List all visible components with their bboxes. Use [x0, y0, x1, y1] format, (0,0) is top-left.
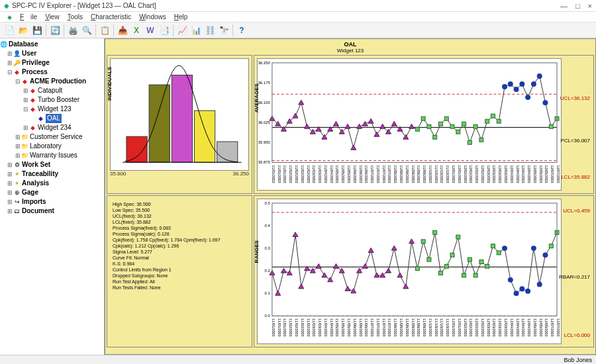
preview-button[interactable]: 🔍 — [80, 24, 93, 37]
svg-text:12/04/2003: 12/04/2003 — [521, 165, 525, 183]
chart-hist-button[interactable]: 📊 — [189, 24, 203, 37]
tree-workset[interactable]: ⊞⚙Work Set — [0, 160, 104, 169]
svg-text:0.3: 0.3 — [265, 246, 271, 250]
svg-text:36.175: 36.175 — [258, 81, 271, 85]
stats-line: Run Tests Failed: None — [113, 285, 246, 291]
tree-warranty[interactable]: ⊞📁Warranty Issues — [0, 151, 104, 160]
svg-text:12/02/2003: 12/02/2003 — [475, 165, 479, 183]
binoculars-button[interactable]: 🔭 — [217, 24, 230, 37]
svg-text:11/05/2003: 11/05/2003 — [347, 165, 351, 183]
tree-imports[interactable]: ⊞↪Imports — [0, 197, 104, 206]
chart-title: OAL — [344, 41, 357, 48]
report-button[interactable]: 📑 — [158, 24, 171, 37]
rng-rbar-label: RBAR=0.217 — [559, 274, 590, 280]
tree-trace[interactable]: ⊞✶Traceability — [0, 169, 104, 179]
tree-user[interactable]: ⊞👤User — [0, 49, 104, 58]
new-button[interactable]: 📄 — [3, 24, 16, 37]
tree-privilege[interactable]: ⊞🔑Privilege — [0, 58, 104, 68]
export-word-button[interactable]: W — [144, 24, 157, 37]
svg-rect-123 — [549, 244, 553, 248]
averages-chart: 35.87535.95036.02536.10036.17536.25011/0… — [258, 59, 561, 190]
chart-control-button[interactable]: ⛓️ — [203, 24, 217, 37]
svg-rect-28 — [491, 114, 495, 118]
svg-text:11/06/2003: 11/06/2003 — [364, 165, 368, 183]
svg-text:12/04/2003: 12/04/2003 — [516, 165, 520, 183]
tree-customer[interactable]: ⊞📁Customer Service — [0, 132, 104, 142]
tree-acme[interactable]: ⊟◆ACME Production — [0, 77, 104, 86]
tree-oal[interactable]: ◆OAL — [0, 114, 104, 123]
svg-text:11/05/2003: 11/05/2003 — [335, 165, 339, 183]
menu-view[interactable]: View — [42, 13, 63, 21]
stats-line: Low Spec: 35.500 — [113, 207, 246, 213]
open-button[interactable]: 📂 — [17, 24, 30, 37]
tree-document[interactable]: ⊞🗂Document — [0, 206, 104, 216]
toolbar: 📄 📂 💾 🔄 🖨️ 🔍 📋 📥 X W 📑 📈 📊 ⛓️ 🔭 ? — [0, 23, 596, 38]
save-button[interactable]: 💾 — [30, 24, 44, 37]
svg-rect-102 — [427, 257, 431, 261]
tree-turbo[interactable]: ⊞◆Turbo Booster — [0, 95, 104, 105]
svg-point-118 — [519, 287, 524, 292]
svg-text:11/09/2003: 11/09/2003 — [417, 318, 421, 336]
svg-text:12/01/2003: 12/01/2003 — [452, 165, 456, 183]
refresh-button[interactable]: 🔄 — [48, 24, 62, 37]
svg-text:11/07/2003: 11/07/2003 — [376, 318, 380, 336]
export-excel-button[interactable]: X — [130, 24, 143, 37]
svg-text:11/08/2003: 11/08/2003 — [393, 318, 397, 336]
svg-text:11/05/2003: 11/05/2003 — [347, 318, 351, 336]
tree-w234[interactable]: ⊞◆Widget 234 — [0, 123, 104, 132]
chart-line-button[interactable]: 📈 — [175, 24, 189, 37]
svg-point-37 — [542, 100, 548, 105]
print-button[interactable]: 🖨️ — [66, 24, 79, 37]
svg-text:11/05/2003: 11/05/2003 — [341, 165, 345, 183]
maximize-button[interactable]: □ — [575, 2, 580, 10]
tree-root[interactable]: 🌐Database — [0, 40, 104, 49]
histogram — [112, 60, 247, 169]
svg-text:11/02/2003: 11/02/2003 — [289, 318, 293, 336]
hist-xmin: 35.800 — [110, 171, 126, 177]
svg-point-32 — [514, 87, 519, 92]
window-controls: — □ × — [560, 2, 592, 10]
tree-analysis[interactable]: ⊞✶Analysis — [0, 179, 104, 188]
close-button[interactable]: × — [588, 2, 592, 10]
svg-text:12/03/2003: 12/03/2003 — [487, 165, 491, 183]
svg-text:35.875: 35.875 — [258, 160, 271, 164]
tree-gage[interactable]: ⊞⊕Gage — [0, 188, 104, 197]
svg-point-120 — [531, 246, 536, 251]
stats-line: K-S: 0.984 — [113, 261, 246, 267]
tree-catapult[interactable]: ⊞◆Catapult — [0, 86, 104, 95]
svg-point-119 — [525, 289, 530, 294]
svg-text:12/03/2003: 12/03/2003 — [492, 318, 496, 336]
menu-characteristic[interactable]: Characteristic — [87, 13, 134, 21]
svg-text:12/05/2003: 12/05/2003 — [539, 165, 543, 183]
svg-rect-110 — [473, 273, 477, 277]
menu-tools[interactable]: Tools — [64, 13, 86, 21]
svg-text:11/01/2003: 11/01/2003 — [277, 165, 281, 183]
svg-rect-105 — [444, 264, 448, 268]
svg-text:12/07/2003: 12/07/2003 — [550, 318, 554, 336]
svg-text:12/03/2003: 12/03/2003 — [498, 165, 502, 183]
stats-line: Process Sigma(fixed): 0.083 — [113, 225, 246, 231]
menu-file[interactable]: File — [17, 13, 40, 21]
histogram-panel: INDIVIDUALS 35.800 36.250 — [107, 55, 252, 194]
menu-help[interactable]: Help — [171, 13, 191, 21]
minimize-button[interactable]: — — [560, 2, 568, 10]
stats-line: Curve Fit: Normal — [113, 255, 246, 261]
svg-rect-112 — [485, 264, 489, 268]
svg-text:0.0: 0.0 — [265, 314, 271, 318]
svg-text:12/04/2003: 12/04/2003 — [527, 318, 531, 336]
menu-windows[interactable]: Windows — [136, 13, 170, 21]
stats-line: UCL(fixed): 36.132 — [113, 213, 246, 219]
svg-text:11/06/2003: 11/06/2003 — [359, 318, 363, 336]
svg-point-35 — [531, 81, 536, 87]
svg-rect-1 — [149, 85, 170, 162]
import-button[interactable]: 📥 — [116, 24, 129, 37]
help-button[interactable]: ? — [235, 24, 248, 37]
svg-point-121 — [537, 282, 542, 287]
svg-rect-2 — [172, 75, 192, 162]
ranges-panel: RANGES 0.00.10.20.30.40.511/01/200311/01… — [254, 195, 594, 347]
copy-button[interactable]: 📋 — [98, 24, 111, 37]
tree-w123[interactable]: ⊟◆Widget 123 — [0, 105, 104, 114]
tree-process[interactable]: ⊟◆Process — [0, 68, 104, 77]
svg-text:11/04/2003: 11/04/2003 — [330, 318, 334, 336]
tree-lab[interactable]: ⊞📁Laboratory — [0, 142, 104, 151]
